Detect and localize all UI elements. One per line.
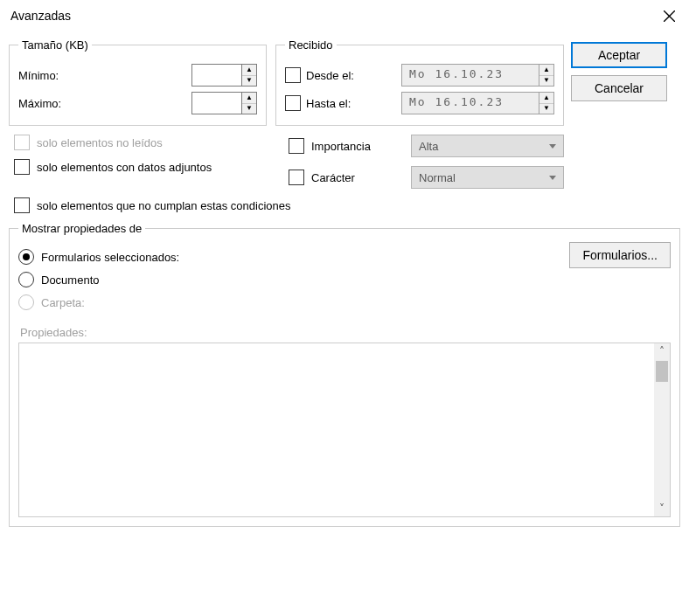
min-spin-down[interactable]: ▼ [242,76,256,87]
folder-radio [18,294,34,310]
unread-label: solo elementos no leídos [37,136,163,149]
scroll-down-icon[interactable]: ˅ [659,502,665,515]
close-button[interactable] [649,0,689,31]
to-label: Hasta el: [306,97,351,110]
importance-select[interactable]: Alta [411,135,564,157]
character-checkbox[interactable] [289,170,304,185]
size-legend: Tamaño (KB) [18,38,92,52]
character-value: Normal [419,171,456,184]
scroll-up-icon[interactable]: ˄ [659,345,665,357]
max-spin-down[interactable]: ▼ [242,104,256,114]
accept-button[interactable]: Aceptar [571,42,667,68]
to-date-down[interactable]: ▼ [539,104,553,114]
mostrar-legend: Mostrar propiedades de [18,222,145,235]
close-icon [664,10,675,22]
to-date-input[interactable]: Mo 16.10.23 [401,92,539,114]
from-date-input[interactable]: Mo 16.10.23 [401,64,539,87]
importance-label: Importancia [311,140,371,153]
character-label: Carácter [311,171,355,184]
attachments-checkbox[interactable] [14,159,30,175]
size-group: Tamaño (KB) Mínimo: ▲▼ Máximo: ▲▼ [9,38,267,126]
not-match-checkbox[interactable] [14,197,30,213]
properties-label: Propiedades: [20,326,671,339]
not-match-label: solo elementos que no cumplan estas cond… [37,199,291,212]
received-legend: Recibido [285,38,337,52]
max-spin-up[interactable]: ▲ [242,93,256,104]
to-date-up[interactable]: ▲ [539,93,553,104]
max-input[interactable] [191,92,241,114]
min-input[interactable] [191,64,241,87]
importance-checkbox[interactable] [289,138,304,154]
cancel-button[interactable]: Cancelar [571,75,667,101]
forms-radio-label: Formularios seleccionados: [41,251,179,264]
document-radio[interactable] [18,272,34,287]
scrollbar[interactable]: ˄ ˅ [654,343,670,516]
min-spin-up[interactable]: ▲ [242,65,256,76]
window-title: Avanzadas [10,9,649,23]
folder-radio-label: Carpeta: [41,296,85,309]
attachments-label: solo elementos con datos adjuntos [37,161,212,174]
mostrar-group: Mostrar propiedades de Formularios selec… [9,222,680,527]
from-date-up[interactable]: ▲ [539,65,553,76]
from-date-down[interactable]: ▼ [539,76,553,87]
forms-radio[interactable] [18,249,34,265]
to-checkbox[interactable] [285,95,301,111]
forms-button[interactable]: Formularios... [569,242,671,268]
from-label: Desde el: [306,69,354,82]
min-label: Mínimo: [18,69,97,82]
scroll-thumb[interactable] [656,361,668,382]
from-checkbox[interactable] [285,67,301,83]
character-select[interactable]: Normal [411,166,564,189]
importance-value: Alta [419,140,438,153]
document-radio-label: Documento [41,273,99,287]
unread-checkbox [14,135,30,150]
properties-listbox[interactable] [19,343,654,516]
received-group: Recibido Desde el: Mo 16.10.23 ▲▼ [275,38,564,126]
max-label: Máximo: [18,97,97,110]
